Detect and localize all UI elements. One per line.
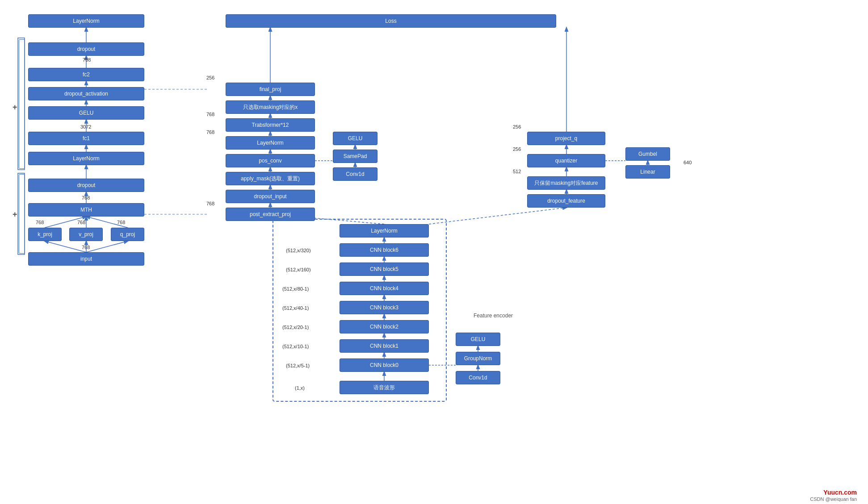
samepad-node: SamePad [333,150,377,163]
gelu3-node: GELU [456,333,500,346]
k-proj-node: k_proj [28,228,62,241]
fc1-node: fc1 [28,132,144,145]
audio-node: 语音波形 [340,381,429,394]
conv1d1-node: Conv1d [333,167,377,181]
label-768-vproj: 768 [77,220,85,225]
apply-mask-node: apply_mask(选取、重置) [226,172,315,185]
watermark: Yuucn.com [823,489,857,496]
conv1d2-node: Conv1d [456,371,500,384]
label-3072: 3072 [80,124,91,129]
groupnorm-node: GroupNorm [456,352,500,365]
label-768-layernorm3: 768 [206,129,214,135]
masking-x-node: 只选取masking对应的x [226,100,315,114]
pos-conv-node: pos_conv [226,154,315,167]
cnn6-node: CNN block6 [340,243,429,257]
label-512-40: (512,x/40-1) [282,305,309,311]
label-512: 512 [513,169,521,174]
label-256-quantizer: 256 [513,146,521,152]
svg-line-45 [429,208,566,224]
label-512-80: (512,x/80-1) [282,286,309,292]
layernorm2-node: LayerNorm [28,152,144,165]
label-768-transformer: 768 [206,112,214,117]
label-768-mth: 768 [82,195,90,200]
label-768-input: 768 [82,245,90,250]
dropout1-node: dropout [28,42,144,56]
layernorm1-node: LayerNorm [28,14,144,28]
project-q-node: project_q [527,132,605,145]
transformer12-node: Trabsformer*12 [226,118,315,132]
label-768-kproj: 768 [36,220,44,225]
q-proj-node: q_proj [111,228,144,241]
dropout2-node: dropout [28,179,144,192]
quantizer-node: quantizer [527,154,605,167]
cnn1-node: CNN block1 [340,339,429,353]
label-512-160: (512,x/160) [286,267,311,272]
cnn5-node: CNN block5 [340,262,429,276]
label-768-qproj: 768 [117,220,125,225]
linear-node: Linear [625,165,670,179]
input-node: input [28,252,144,266]
dropout-input-node: dropout_input [226,190,315,203]
plus-bottom: + [13,210,17,219]
v-proj-node: v_proj [69,228,103,241]
feature-encoder-label: Feature encoder [474,312,513,319]
loss-node: Loss [226,14,556,28]
watermark2: CSDN @weiquan fan [810,496,857,502]
svg-line-2 [86,241,128,252]
mth-node: MTH [28,203,144,217]
label-256-center: 256 [206,75,214,80]
cnn4-node: CNN block4 [340,282,429,295]
label-512-10: (512,x/10-1) [282,344,309,349]
gelu2-node: GELU [333,132,377,145]
label-1x: (1,x) [295,385,305,391]
dropout-activation-node: dropout_activation [28,87,144,100]
dropout-feature-node: dropout_feature [527,194,605,208]
cnn2-node: CNN block2 [340,320,429,333]
masking-feature-node: 只保留masking对应feature [527,176,605,190]
label-512-20: (512,x/20-1) [282,325,309,330]
svg-line-0 [45,241,86,252]
label-512-5: (512,x/5-1) [286,363,310,368]
label-512-320: (512,x/320) [286,248,311,253]
cnn0-node: CNN block0 [340,358,429,372]
label-256-pq: 256 [513,124,521,129]
gelu1-node: GELU [28,106,144,120]
label-768-fc2: 768 [83,57,91,62]
layernorm3-node: LayerNorm [226,136,315,150]
label-640: 640 [683,160,692,165]
gumbel-node: Gumbel [625,147,670,161]
fc2-node: fc2 [28,68,144,81]
label-768-dropout: 768 [206,201,214,206]
final-proj-node: final_proj [226,83,315,96]
cnn3-node: CNN block3 [340,301,429,314]
plus-top: + [13,103,17,112]
layernorm-fe-node: LayerNorm [340,224,429,237]
